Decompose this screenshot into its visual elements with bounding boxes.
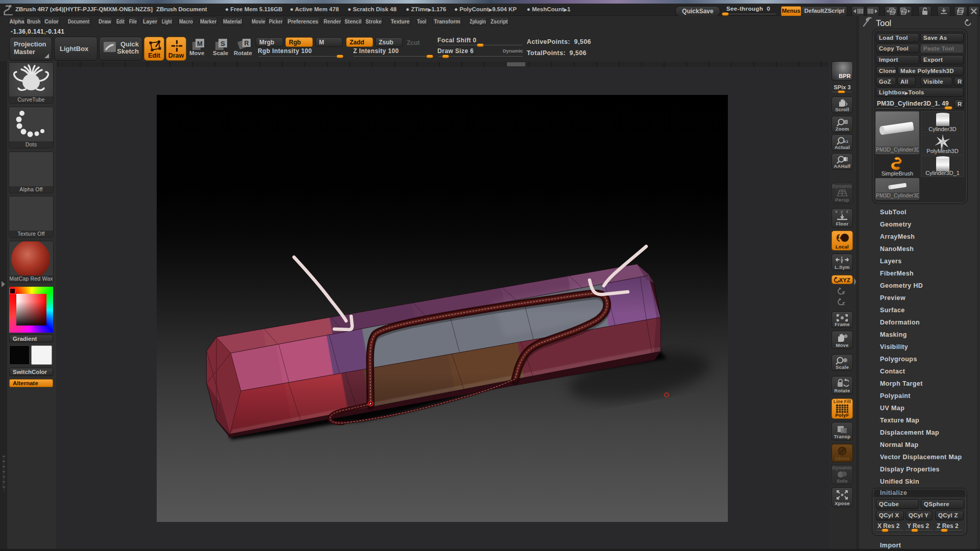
svg-text:x1: x1 bbox=[844, 139, 848, 144]
svg-text:S: S bbox=[220, 40, 225, 47]
svg-text:Z: Z bbox=[842, 301, 845, 306]
svg-text:M: M bbox=[197, 40, 203, 47]
svg-text:R: R bbox=[244, 40, 249, 47]
svg-text:Y: Y bbox=[842, 290, 845, 295]
